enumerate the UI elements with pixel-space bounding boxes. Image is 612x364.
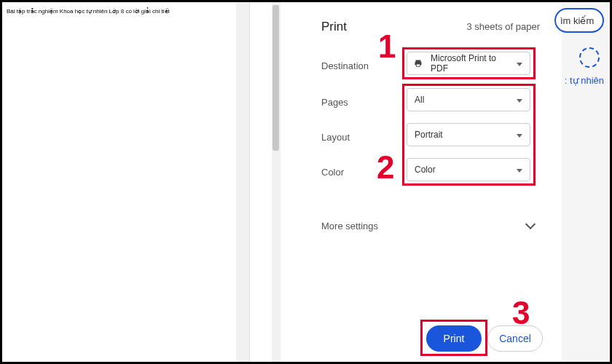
caret-down-icon [517,63,522,66]
label-color: Color [321,167,344,178]
destination-value: Microsoft Print to PDF [431,53,511,74]
background-search-text: ìm kiếm [560,15,594,26]
layout-value: Portrait [415,130,443,140]
caret-down-icon [517,134,522,138]
cancel-button-label: Cancel [499,333,531,344]
dialog-title: Print [321,20,347,34]
pages-select[interactable]: All [407,88,530,111]
sheets-of-paper-text: 3 sheets of paper [467,21,540,32]
print-preview-area: Bài tập trắc nghiệm Khoa học tự nhiên Lớ… [2,2,250,362]
svg-rect-2 [417,64,420,67]
preview-document-title: Bài tập trắc nghiệm Khoa học tự nhiên Lớ… [7,8,170,15]
layout-select[interactable]: Portrait [407,123,530,146]
caret-down-icon [517,99,522,103]
print-button-label: Print [444,333,465,344]
background-target-icon [579,47,600,68]
background-link-text: : tự nhiên [565,75,604,86]
preview-scrollbar[interactable] [236,2,249,362]
destination-select[interactable]: Microsoft Print to PDF [407,52,530,75]
label-pages: Pages [321,97,348,108]
printer-icon [413,59,423,68]
dialog-scrollbar-thumb[interactable] [272,5,279,151]
color-select[interactable]: Color [407,158,530,181]
caret-down-icon [517,169,522,173]
label-layout: Layout [321,132,350,143]
more-settings-toggle[interactable]: More settings [321,221,378,232]
preview-paper: Bài tập trắc nghiệm Khoa học tự nhiên Lớ… [2,2,237,362]
color-value: Color [415,165,436,175]
annotation-number-1: 1 [378,28,396,65]
print-button[interactable]: Print [426,325,482,352]
chevron-down-icon[interactable] [527,221,537,231]
label-destination: Destination [321,60,369,71]
annotation-number-2: 2 [377,149,394,186]
cancel-button[interactable]: Cancel [487,325,543,352]
background-search-pill: ìm kiếm [554,8,604,33]
pages-value: All [415,95,424,105]
svg-rect-0 [416,60,421,63]
